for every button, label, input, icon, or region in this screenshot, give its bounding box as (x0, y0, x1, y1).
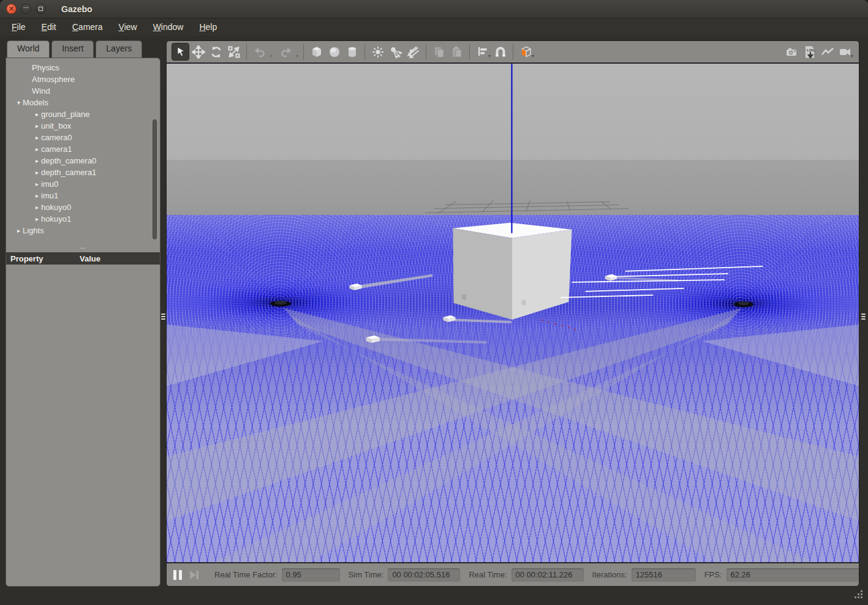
pause-icon (173, 569, 183, 581)
tree-item[interactable]: ▸ Lights (6, 225, 160, 236)
tab-layers[interactable]: Layers (96, 40, 142, 58)
tab-world[interactable]: World (7, 40, 50, 58)
plot-button[interactable] (818, 43, 836, 61)
align-dropdown-caret[interactable]: ▾ (488, 53, 491, 59)
tree-item[interactable]: ▸ depth_camera1 (6, 167, 160, 178)
tree-item[interactable]: ▸ imu1 (6, 190, 160, 201)
add-sphere-button[interactable] (325, 43, 343, 61)
undo-button[interactable]: ▾ (251, 43, 268, 61)
tree-expand-icon[interactable]: ▸ (33, 192, 41, 199)
tree-item[interactable]: ▸ hokuyo0 (6, 201, 160, 213)
undo-dropdown-caret[interactable]: ▾ (270, 53, 272, 59)
copy-button[interactable] (430, 43, 448, 61)
menu-item[interactable]: Help (191, 20, 225, 34)
window-frame-bottom (0, 587, 868, 605)
close-button[interactable]: ✕ (6, 4, 17, 14)
tree-expand-icon[interactable]: ▸ (33, 204, 41, 211)
tree-expand-icon[interactable]: ▸ (33, 157, 41, 164)
tree-item[interactable]: ▸ imu0 (6, 178, 160, 190)
tree-expand-icon[interactable]: ▸ (33, 216, 41, 222)
tree-scrollbar[interactable] (153, 119, 157, 239)
hokuyo1-model[interactable] (734, 301, 753, 307)
resize-grip-icon[interactable] (853, 589, 864, 600)
unit-box-model[interactable] (453, 223, 572, 320)
fps-stat: FPS: 62.26 (704, 568, 859, 582)
data-logger-button[interactable]: LOG (801, 43, 818, 61)
fps-field[interactable]: 62.26 (726, 568, 859, 582)
hokuyo0-model[interactable] (270, 301, 291, 306)
tree-expand-icon[interactable]: ▸ (33, 146, 41, 152)
tree-item[interactable]: ▸ ground_plane (6, 108, 160, 120)
iterations-field[interactable]: 125516 (632, 568, 696, 582)
rotate-tool-button[interactable] (207, 43, 225, 61)
tree-item[interactable]: ▸ camera1 (6, 143, 160, 155)
tree-item[interactable]: ▸ depth_camera0 (6, 155, 160, 167)
gazebo-window: ✕ — Gazebo FileEditCameraViewWindowHelp … (0, 0, 868, 605)
view-angle-dropdown-caret[interactable]: ▾ (532, 53, 534, 59)
menu-item[interactable]: File (4, 20, 34, 34)
camera-sensor-model (605, 274, 617, 281)
tree-item[interactable]: ▸ hokuyo1 (6, 213, 160, 225)
tree-expand-icon[interactable]: ▸ (33, 111, 41, 118)
minimize-button[interactable]: — (21, 4, 31, 14)
tree-expand-icon[interactable]: ▾ (15, 99, 23, 106)
laser-hit-lines (560, 266, 763, 298)
tree-expand-icon[interactable]: ▸ (33, 134, 41, 141)
add-cylinder-button[interactable] (343, 43, 361, 61)
paste-button[interactable] (448, 43, 466, 61)
tree-item-label: camera0 (41, 133, 72, 142)
redo-dropdown-caret[interactable]: ▾ (296, 53, 298, 59)
panel-splitter-handle[interactable]: ⋯ (6, 245, 160, 252)
tab-insert[interactable]: Insert (51, 40, 94, 58)
tree-item[interactable]: ▾ Models (6, 97, 160, 108)
pause-button[interactable] (173, 567, 183, 583)
tree-item-label: depth_camera1 (41, 168, 96, 177)
menu-item[interactable]: Edit (34, 20, 64, 34)
step-button[interactable] (189, 567, 200, 583)
tree-item[interactable]: ▸ unit_box (6, 120, 160, 132)
rotate-icon (209, 45, 223, 59)
view-angle-button[interactable]: ▾ (517, 43, 535, 61)
iterations-stat: Iterations: 125516 (592, 568, 696, 582)
translate-tool-button[interactable] (189, 43, 207, 61)
real-time-field[interactable]: 00 00:02:11.226 (511, 568, 584, 582)
tree-item[interactable]: Wind (6, 85, 160, 97)
3d-viewport[interactable] (167, 64, 859, 562)
scale-tool-button[interactable] (225, 43, 243, 61)
rtf-field[interactable]: 0.95 (282, 568, 340, 582)
tree-item[interactable]: ▸ camera0 (6, 132, 160, 143)
left-splitter-handle[interactable] (161, 310, 166, 323)
menu-item[interactable]: Window (145, 20, 192, 34)
add-box-button[interactable] (308, 43, 325, 61)
record-video-button[interactable]: ▾ (836, 43, 854, 61)
tree-item[interactable]: Atmosphere (6, 73, 160, 85)
box-icon (309, 45, 324, 59)
tree-expand-icon[interactable]: ▸ (33, 169, 41, 176)
tree-item[interactable]: Physics (6, 62, 160, 73)
right-splitter-handle[interactable] (861, 310, 866, 323)
left-splitter[interactable] (160, 40, 166, 587)
toolbar-separator (303, 44, 304, 60)
maximize-button[interactable] (36, 4, 46, 14)
menu-item[interactable]: View (111, 20, 145, 34)
menu-item[interactable]: Camera (64, 20, 111, 34)
tree-expand-icon[interactable]: ▸ (15, 227, 23, 234)
scale-icon (227, 45, 241, 59)
window-title: Gazebo (61, 4, 92, 14)
point-light-button[interactable] (369, 43, 387, 61)
property-table-header: Property Value (6, 252, 160, 265)
record-dropdown-caret[interactable]: ▾ (851, 53, 853, 59)
select-tool-button[interactable] (172, 43, 189, 61)
select-arrow-icon (175, 46, 187, 58)
tree-expand-icon[interactable]: ▸ (33, 181, 41, 187)
sim-time-field[interactable]: 00 00:02:05.516 (388, 568, 460, 582)
directional-light-button[interactable] (404, 43, 422, 61)
tree-item-label: depth_camera0 (41, 156, 96, 165)
tree-expand-icon[interactable]: ▸ (33, 122, 41, 129)
screenshot-button[interactable] (783, 43, 801, 61)
redo-button[interactable]: ▾ (277, 43, 295, 61)
spot-light-button[interactable] (387, 43, 404, 61)
snap-button[interactable] (491, 43, 509, 61)
align-button[interactable]: ▾ (474, 43, 491, 61)
right-splitter[interactable] (859, 40, 868, 587)
